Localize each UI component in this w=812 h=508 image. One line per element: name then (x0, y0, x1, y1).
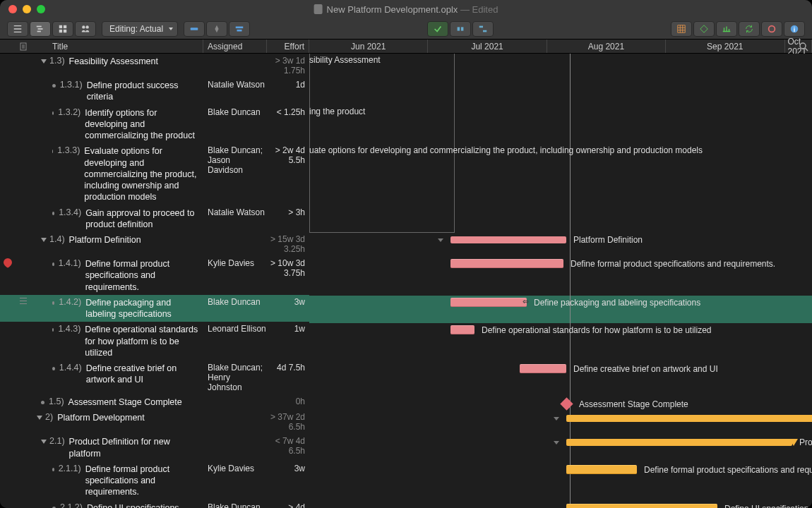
disclosure-triangle-icon[interactable] (41, 59, 47, 64)
editing-mode-dropdown[interactable]: Editing: Actual (102, 21, 178, 37)
assigned-cell: Blake Duncan; Jason Davidson (203, 145, 267, 175)
effort-cell: > 2w 4d5.5h (267, 145, 309, 165)
gantt-bar[interactable] (566, 504, 717, 508)
effort-cell: > 15w 3d3.25h (267, 234, 309, 254)
add-milestone-button[interactable] (206, 21, 227, 37)
month-sep: Sep 2021 (666, 40, 784, 53)
gantt-bar-label: ing the product (309, 107, 365, 116)
wbs-number: 1.3.2) (58, 107, 80, 117)
task-row[interactable]: 1.3.3)Evaluate options for developing an… (0, 143, 309, 205)
close-window-button[interactable] (8, 5, 17, 13)
assigned-cell: Leonard Ellison (203, 324, 267, 334)
chevron-down-icon[interactable] (438, 238, 443, 242)
effort-cell: 0h (267, 397, 309, 406)
svg-rect-2 (37, 30, 41, 32)
gantt-bar-label: Assessment Stage Complete (579, 399, 688, 409)
document-icon (314, 4, 323, 14)
gantt-bar[interactable] (450, 259, 563, 268)
task-row[interactable]: 1.3.1)Define product success criteriaNat… (0, 78, 309, 105)
gantt-bar-label: Define creative brief on artwork and UI (573, 364, 718, 374)
wbs-number: 1.3.1) (60, 80, 83, 90)
task-row[interactable]: 2)Platform Development> 37w 2d6.5h (0, 410, 309, 434)
svg-rect-10 (236, 26, 244, 28)
view-board-button[interactable] (52, 21, 73, 37)
chevron-down-icon[interactable] (554, 417, 559, 421)
task-row[interactable]: 2.1.2)Define UI specificationsBlake Dunc… (0, 500, 309, 509)
column-headers: Title Assigned Effort Jun 2021 Jul 2021 … (0, 40, 812, 54)
titlebar: New Platform Development.oplx — Edited (0, 0, 812, 18)
bullet-icon (52, 468, 54, 471)
resize-handle-icon[interactable]: ⇔ (523, 297, 529, 306)
milestone-marker[interactable] (560, 397, 573, 410)
effort-cell: < 7w 4d6.5h (267, 436, 309, 456)
task-title: Gain approval to proceed to product defi… (85, 207, 199, 231)
task-row[interactable]: 1.4.1)Define formal product specificatio… (0, 256, 309, 295)
gantt-bar-label: Define formal product specifications and… (644, 465, 812, 475)
task-row[interactable]: 2.1)Product Definition for new platform<… (0, 434, 309, 461)
disclosure-triangle-icon[interactable] (41, 238, 47, 242)
view-gantt-button[interactable] (30, 21, 51, 37)
wbs-number: 2.1) (49, 436, 65, 446)
disclosure-triangle-icon[interactable] (41, 440, 47, 444)
sync-button[interactable] (739, 21, 760, 37)
svg-rect-3 (59, 25, 62, 28)
task-title: Define product success criteria (87, 80, 199, 103)
task-title: Platform Definition (69, 234, 141, 246)
gantt-bar[interactable] (450, 325, 474, 334)
gantt-bar[interactable] (566, 465, 637, 474)
view-resources-button[interactable] (75, 21, 96, 37)
gantt-bar[interactable] (520, 364, 566, 373)
level-button[interactable] (472, 21, 494, 37)
gantt-group-bar[interactable] (450, 236, 566, 243)
task-row[interactable]: 1.4.3)Define operational standards for h… (0, 322, 309, 361)
add-group-button[interactable] (229, 21, 250, 37)
wbs-number: 1.5) (49, 397, 64, 406)
zoom-window-button[interactable] (37, 5, 45, 13)
task-row[interactable]: 1.3.2)Identify options for developing an… (0, 105, 309, 144)
effort-cell: > 37w 2d6.5h (267, 412, 309, 432)
task-row[interactable]: 1.4.4)Define creative brief on artwork a… (0, 361, 309, 394)
wbs-number: 1.3) (49, 56, 65, 66)
chevron-down-icon[interactable] (554, 441, 559, 445)
task-row[interactable]: 1.4.2)Define packaging and labeling spec… (0, 295, 309, 322)
view-list-button[interactable] (7, 21, 28, 37)
wbs-number: 1.4.3) (58, 324, 80, 334)
drag-handle-icon[interactable] (20, 297, 27, 306)
svg-point-8 (85, 25, 88, 28)
gantt-chart[interactable]: sibility Assessmenting the productuate o… (309, 54, 812, 508)
task-row[interactable]: 1.3)Feasibility Assessment> 3w 1d1.75h (0, 54, 309, 78)
task-row[interactable]: 2.1.1)Define formal product specificatio… (0, 461, 309, 500)
gantt-bar[interactable] (450, 298, 527, 307)
title-column-header[interactable]: Title (31, 40, 203, 53)
critical-path-button[interactable] (693, 21, 715, 37)
bullet-icon (52, 111, 54, 115)
minimize-window-button[interactable] (23, 5, 31, 13)
task-title: Feasibility Assessment (69, 56, 158, 67)
catchup-button[interactable] (427, 21, 448, 37)
assigned-cell: Blake Duncan (203, 107, 267, 117)
gantt-bar-label: Define packaging and labeling specificat… (534, 298, 700, 308)
bullet-icon (52, 328, 54, 332)
assigned-column-header[interactable]: Assigned (203, 40, 267, 53)
task-title: Platform Development (57, 412, 145, 423)
baseline-button[interactable] (716, 21, 737, 37)
group-bar-endcap (789, 439, 798, 446)
reschedule-button[interactable] (450, 21, 471, 37)
add-task-button[interactable] (184, 21, 205, 37)
disclosure-triangle-icon[interactable] (37, 416, 42, 420)
svg-point-20 (800, 43, 806, 49)
task-row[interactable]: 1.4)Platform Definition> 15w 3d3.25h (0, 232, 309, 256)
assigned-cell: Blake Duncan (203, 297, 267, 307)
flag-icon (2, 257, 14, 269)
effort-column-header[interactable]: Effort (267, 40, 309, 53)
grid-button[interactable] (671, 21, 692, 37)
assigned-cell: Blake Duncan (203, 502, 267, 509)
task-row[interactable]: 1.5)Assessment Stage Complete0h (0, 394, 309, 410)
task-row[interactable]: 1.3.4)Gain approval to proceed to produc… (0, 205, 309, 233)
gantt-bar-label: Platform Definition (573, 235, 643, 245)
gantt-group-bar[interactable] (566, 439, 792, 446)
gantt-group-bar[interactable] (566, 415, 812, 422)
search-button[interactable] (798, 41, 809, 52)
record-button[interactable] (761, 21, 782, 37)
inspector-button[interactable]: i (784, 21, 805, 37)
